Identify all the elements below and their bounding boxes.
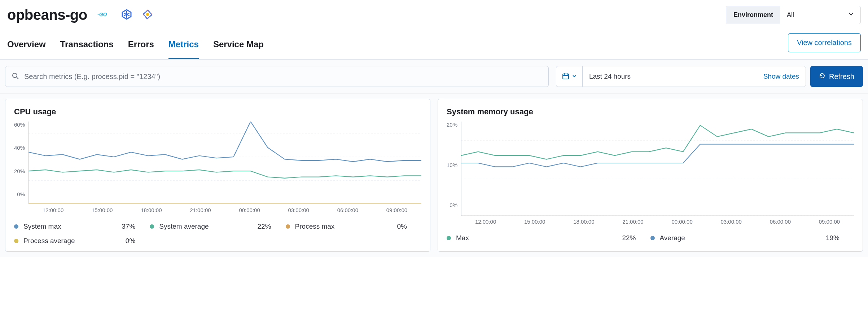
x-tick: 15:00:00 <box>510 219 559 225</box>
chart-cpu: 60%40%20%0% 12:00:0015:00:0018:00:0021:0… <box>14 122 421 213</box>
legend-item[interactable]: System max 37% <box>14 223 150 230</box>
legend: Max 22% Average 19% <box>447 234 854 242</box>
svg-point-12 <box>13 73 17 78</box>
tab-overview[interactable]: Overview <box>7 31 46 59</box>
tab-errors[interactable]: Errors <box>128 31 154 59</box>
legend-dot <box>14 224 18 229</box>
tabs: Overview Transactions Errors Metrics Ser… <box>7 31 264 59</box>
svg-line-13 <box>17 77 18 79</box>
x-tick: 06:00:00 <box>756 219 805 225</box>
calendar-icon <box>562 72 569 81</box>
svg-text:-GO: -GO <box>97 12 107 17</box>
page-title: opbeans-go <box>7 7 87 23</box>
kubernetes-icon <box>121 9 132 21</box>
legend-value: 22% <box>258 223 286 230</box>
y-tick: 0% <box>17 191 25 197</box>
panel-memory: System memory usage 20%10%0% 12:00:0015:… <box>438 99 863 252</box>
search-input[interactable] <box>24 72 542 81</box>
y-axis: 20%10%0% <box>447 122 461 208</box>
legend-label: Average <box>660 234 826 242</box>
panels: CPU usage 60%40%20%0% 12:00:0015:00:0018… <box>0 94 868 257</box>
x-tick: 12:00:00 <box>29 207 78 213</box>
legend-item[interactable]: Max 22% <box>447 234 650 242</box>
legend-value: 19% <box>826 234 854 242</box>
view-correlations-button[interactable]: View correlations <box>788 33 861 52</box>
refresh-icon <box>819 72 825 81</box>
x-tick: 00:00:00 <box>658 219 707 225</box>
x-tick: 03:00:00 <box>274 207 323 213</box>
tab-metrics[interactable]: Metrics <box>168 31 199 59</box>
legend-label: System max <box>23 223 122 230</box>
x-tick: 12:00:00 <box>461 219 510 225</box>
legend-dot <box>14 239 18 243</box>
agent-icons: -GO <box>97 9 153 21</box>
y-tick: 0% <box>450 202 457 208</box>
y-tick: 40% <box>14 145 25 151</box>
search-icon <box>12 72 19 81</box>
svg-rect-14 <box>563 74 569 79</box>
legend-dot <box>447 236 451 240</box>
tab-transactions[interactable]: Transactions <box>60 31 114 59</box>
chart-memory: 20%10%0% 12:00:0015:00:0018:00:0021:00:0… <box>447 122 854 225</box>
page-header: opbeans-go -GO Environment All <box>0 0 868 31</box>
y-tick: 20% <box>14 168 25 174</box>
x-tick: 09:00:00 <box>805 219 854 225</box>
search-input-wrapper[interactable] <box>5 66 549 87</box>
show-dates-link[interactable]: Show dates <box>763 72 799 80</box>
gcp-icon <box>142 9 153 21</box>
x-tick: 21:00:00 <box>608 219 657 225</box>
refresh-label: Refresh <box>829 72 854 81</box>
chevron-down-icon <box>848 11 854 19</box>
x-axis: 12:00:0015:00:0018:00:0021:00:0000:00:00… <box>461 219 854 225</box>
legend-value: 22% <box>622 234 650 242</box>
x-tick: 03:00:00 <box>707 219 756 225</box>
y-axis: 60%40%20%0% <box>14 122 29 197</box>
legend-label: Process average <box>23 237 126 245</box>
environment-dropdown[interactable]: All <box>780 6 860 24</box>
svg-point-11 <box>146 13 149 16</box>
go-icon: -GO <box>97 11 111 19</box>
legend: System max 37% System average 22% Proces… <box>14 223 421 245</box>
time-range-value: Last 24 hours <box>589 72 631 80</box>
legend-dot <box>150 224 154 229</box>
time-range-display[interactable]: Last 24 hours Show dates <box>582 66 806 87</box>
legend-item[interactable]: Process average 0% <box>14 237 150 245</box>
x-tick: 00:00:00 <box>225 207 274 213</box>
environment-value: All <box>787 11 794 19</box>
time-picker-calendar-button[interactable] <box>556 66 582 87</box>
x-axis: 12:00:0015:00:0018:00:0021:00:0000:00:00… <box>29 207 421 213</box>
chart-plot <box>29 122 421 204</box>
x-tick: 18:00:00 <box>559 219 608 225</box>
legend-value: 0% <box>126 237 150 245</box>
refresh-button[interactable]: Refresh <box>810 66 863 87</box>
environment-selector[interactable]: Environment All <box>726 6 861 24</box>
legend-value: 37% <box>122 223 150 230</box>
chevron-down-icon <box>572 74 577 79</box>
panel-title: System memory usage <box>447 107 854 116</box>
legend-item[interactable]: System average 22% <box>150 223 285 230</box>
tabs-row: Overview Transactions Errors Metrics Ser… <box>0 31 868 60</box>
x-tick: 18:00:00 <box>127 207 176 213</box>
tab-service-map[interactable]: Service Map <box>213 31 264 59</box>
x-tick: 06:00:00 <box>323 207 372 213</box>
legend-dot <box>286 224 290 229</box>
legend-dot <box>650 236 655 240</box>
legend-value: 0% <box>397 223 421 230</box>
legend-item[interactable]: Process max 0% <box>286 223 421 230</box>
controls-row: Last 24 hours Show dates Refresh <box>0 60 868 94</box>
legend-label: Max <box>456 234 622 242</box>
legend-label: System average <box>159 223 257 230</box>
legend-item[interactable]: Average 19% <box>650 234 854 242</box>
y-tick: 20% <box>447 122 457 128</box>
panel-cpu: CPU usage 60%40%20%0% 12:00:0015:00:0018… <box>5 99 430 252</box>
x-tick: 21:00:00 <box>176 207 225 213</box>
x-tick: 09:00:00 <box>372 207 421 213</box>
x-tick: 15:00:00 <box>78 207 127 213</box>
chart-plot <box>461 122 854 216</box>
legend-label: Process max <box>295 223 397 230</box>
y-tick: 60% <box>14 122 25 128</box>
time-picker: Last 24 hours Show dates Refresh <box>556 66 863 87</box>
y-tick: 10% <box>447 162 457 168</box>
environment-label: Environment <box>726 6 780 24</box>
panel-title: CPU usage <box>14 107 421 116</box>
